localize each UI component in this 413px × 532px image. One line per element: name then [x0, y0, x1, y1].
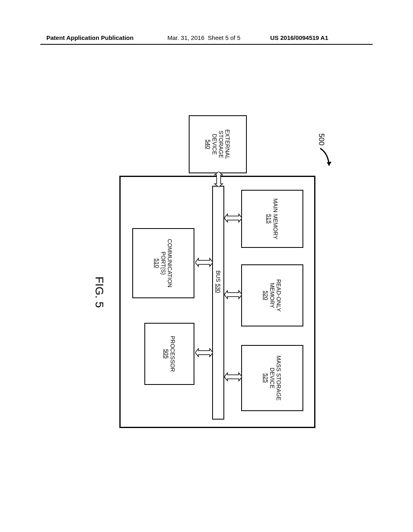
- arrow-rom-bus: [224, 286, 242, 304]
- svg-marker-1: [224, 214, 242, 222]
- num-comm-ports: 510: [154, 258, 160, 268]
- block-comm-ports: COMMUNICATION PORT(S) 510: [132, 228, 194, 298]
- block-main-memory: MAIN MEMORY 515: [241, 190, 303, 248]
- svg-marker-2: [224, 291, 242, 299]
- arrow-processor-bus: [195, 344, 213, 362]
- figure-rotated-container: 500 MAIN MEMORY 515 READ-ONLY MEMORY 520…: [65, 87, 348, 490]
- block-bus: BUS 530: [212, 186, 224, 420]
- block-mass-storage: MASS STORAGE DEVICE 525: [241, 345, 303, 411]
- figure-label: FIG. 5: [93, 276, 106, 308]
- label-bus: BUS: [215, 270, 221, 282]
- header-rule: [40, 44, 373, 45]
- header-middle: Mar. 31, 2016 Sheet 5 of 5: [167, 34, 240, 41]
- arrow-mass-storage-bus: [224, 368, 242, 387]
- svg-marker-5: [195, 349, 213, 357]
- page: Patent Application Publication Mar. 31, …: [0, 0, 413, 532]
- arrow-external-bus: [211, 172, 227, 187]
- label-external-storage: EXTERNAL STORAGE DEVICE: [211, 116, 231, 172]
- svg-marker-6: [215, 172, 223, 187]
- num-main-memory: 515: [266, 214, 272, 223]
- header-left: Patent Application Publication: [46, 34, 133, 41]
- arrow-comm-bus: [195, 254, 213, 272]
- header-sheet: Sheet 5 of 5: [208, 34, 240, 41]
- num-bus: 530: [215, 284, 221, 293]
- label-mass-storage: MASS STORAGE DEVICE: [269, 355, 282, 401]
- num-processor: 505: [163, 349, 169, 358]
- num-mass-storage: 525: [263, 373, 269, 382]
- num-external-storage: 540: [205, 139, 211, 149]
- svg-marker-0: [327, 162, 332, 166]
- svg-marker-4: [195, 258, 213, 266]
- svg-marker-3: [224, 373, 242, 381]
- block-processor: PROCESSOR 505: [144, 323, 194, 385]
- reference-number: 500: [317, 133, 325, 145]
- header-date: Mar. 31, 2016: [167, 34, 204, 41]
- reference-arrow: [316, 148, 332, 172]
- block-rom: READ-ONLY MEMORY 520: [241, 264, 303, 326]
- label-processor: PROCESSOR: [169, 336, 176, 372]
- header-pub: US 2016/0094519 A1: [270, 34, 328, 41]
- label-comm-ports: COMMUNICATION PORT(S): [160, 239, 173, 287]
- label-main-memory: MAIN MEMORY: [272, 198, 279, 239]
- num-rom: 520: [263, 291, 269, 300]
- label-rom: READ-ONLY MEMORY: [269, 279, 282, 312]
- arrow-main-memory-bus: [224, 209, 242, 228]
- block-external-storage: EXTERNAL STORAGE DEVICE 540: [189, 115, 247, 173]
